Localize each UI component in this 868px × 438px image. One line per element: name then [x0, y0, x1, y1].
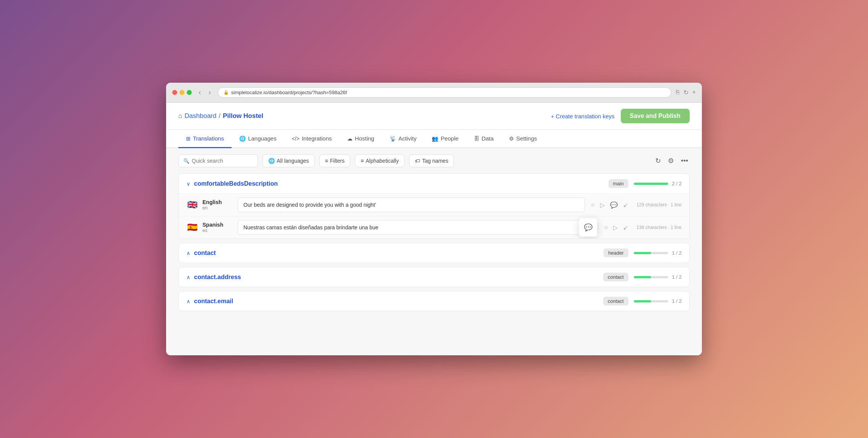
translation-group-comfortableBedsDescription: ∨ comfortableBedsDescription main 2 / 2 … [178, 173, 690, 239]
traffic-lights [172, 90, 192, 95]
all-languages-button[interactable]: 🌐 All languages [263, 154, 315, 167]
save-and-publish-button[interactable]: Save and Publish [621, 109, 690, 123]
url-text: simplelocalize.io/dashboard/projects/?ha… [231, 90, 347, 95]
arrow-icon-spanish[interactable]: ↙ [622, 222, 630, 233]
lang-code-spanish: es [202, 228, 233, 233]
breadcrumb-separator: / [219, 112, 220, 120]
filter-icon: ≡ [325, 158, 328, 164]
translations-list: ∨ comfortableBedsDescription main 2 / 2 … [166, 173, 702, 311]
char-info-english: 129 characters · 1 line [632, 202, 682, 208]
circle-icon-spanish[interactable]: ○ [602, 222, 609, 232]
progress-fill [634, 183, 668, 185]
comment-icon-english[interactable]: 💬 [609, 200, 619, 210]
forward-button[interactable]: › [206, 88, 213, 97]
chevron-up-icon-contact-address: ∧ [186, 274, 190, 280]
flag-english: 🇬🇧 [186, 199, 198, 211]
data-tab-icon: 🗄 [474, 136, 479, 142]
toolbar: 🔍 🌐 All languages ≡ Filters ≡ Alphabetic… [166, 148, 702, 173]
progress-wrapper-contact: 1 / 2 [634, 250, 682, 256]
chevron-up-icon-contact: ∧ [186, 250, 190, 256]
header-actions: + Create translation keys Save and Publi… [551, 109, 690, 123]
row-actions-english: ○ ▷ 💬 ↙ 129 characters · 1 line [589, 200, 682, 210]
search-icon: 🔍 [183, 158, 189, 164]
settings-button[interactable]: ⚙ [666, 155, 675, 167]
group-header-comfortableBedsDescription[interactable]: ∨ comfortableBedsDescription main 2 / 2 [179, 174, 689, 193]
tab-activity[interactable]: 📡 Activity [382, 130, 424, 148]
tag-badge-header: header [604, 248, 628, 257]
refresh-button[interactable]: ↻ [654, 155, 662, 167]
globe-icon: 🌐 [268, 158, 275, 164]
comment-popup: 💬 [579, 218, 597, 237]
progress-wrapper: 2 / 2 [634, 181, 682, 186]
tab-people[interactable]: 👥 People [424, 130, 466, 148]
create-translation-keys-button[interactable]: + Create translation keys [551, 113, 614, 119]
alphabetically-label: Alphabetically [366, 158, 399, 164]
filters-label: Filters [330, 158, 344, 164]
play-icon-english[interactable]: ▷ [599, 200, 606, 210]
add-tab-icon[interactable]: + [692, 89, 696, 96]
settings-tab-icon: ⚙ [509, 136, 514, 142]
sort-icon: ≡ [361, 158, 364, 164]
lang-info-english: English en [202, 199, 233, 211]
filters-button[interactable]: ≡ Filters [319, 154, 350, 167]
comment-active-icon[interactable]: 💬 [584, 223, 592, 232]
integrations-tab-icon: </> [292, 136, 299, 142]
tab-settings[interactable]: ⚙ Settings [501, 130, 545, 148]
translation-input-spanish[interactable]: Nuestras camas están diseñadas para brin… [238, 220, 598, 235]
dashboard-link[interactable]: Dashboard [184, 112, 216, 120]
browser-chrome: ‹ › 🔒 simplelocalize.io/dashboard/projec… [166, 83, 702, 103]
project-name[interactable]: Pillow Hostel [223, 112, 263, 120]
reload-icon[interactable]: ↻ [684, 89, 689, 96]
circle-icon-english[interactable]: ○ [589, 200, 596, 210]
tab-languages[interactable]: 🌐 Languages [232, 130, 284, 148]
translation-group-contact-email: ∧ contact.email contact 1 / 2 [178, 291, 690, 311]
back-button[interactable]: ‹ [196, 88, 203, 97]
translations-tab-icon: ⊞ [186, 136, 191, 142]
minimize-button[interactable] [179, 90, 184, 95]
translation-group-contact: ∧ contact header 1 / 2 [178, 243, 690, 263]
translation-group-contact-address: ∧ contact.address contact 1 / 2 [178, 267, 690, 287]
progress-bar [634, 183, 668, 185]
browser-actions: ⎘ ↻ + [676, 89, 696, 96]
key-name-contact-email: contact.email [194, 298, 603, 305]
integrations-tab-label: Integrations [302, 135, 332, 142]
tag-icon: 🏷 [415, 158, 420, 164]
flag-spanish: 🇪🇸 [186, 222, 198, 233]
progress-label-contact: 1 / 2 [672, 250, 682, 256]
lock-icon: 🔒 [224, 90, 229, 95]
tab-hosting[interactable]: ☁ Hosting [339, 130, 382, 148]
char-info-spanish: 138 characters · 1 line [632, 225, 682, 230]
lang-name-spanish: Spanish [202, 222, 233, 228]
search-input[interactable] [192, 158, 253, 164]
translation-input-english[interactable]: Our beds are designed to provide you wit… [238, 198, 585, 212]
lang-row-spanish: 🇪🇸 Spanish es Nuestras camas están diseñ… [179, 216, 689, 239]
more-options-button[interactable]: ••• [679, 155, 690, 167]
group-header-contact-address[interactable]: ∧ contact.address contact 1 / 2 [179, 267, 689, 287]
progress-bar-contact-email [634, 300, 668, 302]
tag-badge-contact: contact [603, 273, 628, 281]
progress-fill-contact-email [634, 300, 651, 302]
progress-label-contact-email: 1 / 2 [672, 298, 682, 304]
group-header-contact[interactable]: ∧ contact header 1 / 2 [179, 243, 689, 263]
browser-nav: ‹ › [196, 88, 213, 97]
progress-label: 2 / 2 [672, 181, 682, 186]
key-name-contact-address: contact.address [194, 274, 603, 281]
close-button[interactable] [172, 90, 177, 95]
tab-data[interactable]: 🗄 Data [466, 130, 501, 148]
arrow-icon-english[interactable]: ↙ [622, 200, 630, 210]
maximize-button[interactable] [187, 90, 192, 95]
tab-translations[interactable]: ⊞ Translations [178, 130, 232, 148]
nav-tabs: ⊞ Translations 🌐 Languages </> Integrati… [166, 130, 702, 148]
alphabetically-button[interactable]: ≡ Alphabetically [355, 154, 405, 167]
progress-wrapper-contact-address: 1 / 2 [634, 274, 682, 280]
activity-tab-icon: 📡 [390, 136, 396, 142]
address-bar[interactable]: 🔒 simplelocalize.io/dashboard/projects/?… [218, 87, 671, 98]
chevron-down-icon: ∨ [186, 181, 190, 187]
tag-names-label: Tag names [422, 158, 448, 164]
play-icon-spanish[interactable]: ▷ [612, 222, 619, 233]
home-icon: ⌂ [178, 112, 182, 120]
group-header-contact-email[interactable]: ∧ contact.email contact 1 / 2 [179, 291, 689, 311]
row-actions-spanish: ○ ▷ 💬 ↙ 138 characters · 1 line [602, 222, 682, 233]
tab-integrations[interactable]: </> Integrations [284, 130, 339, 148]
tag-names-button[interactable]: 🏷 Tag names [409, 154, 454, 167]
